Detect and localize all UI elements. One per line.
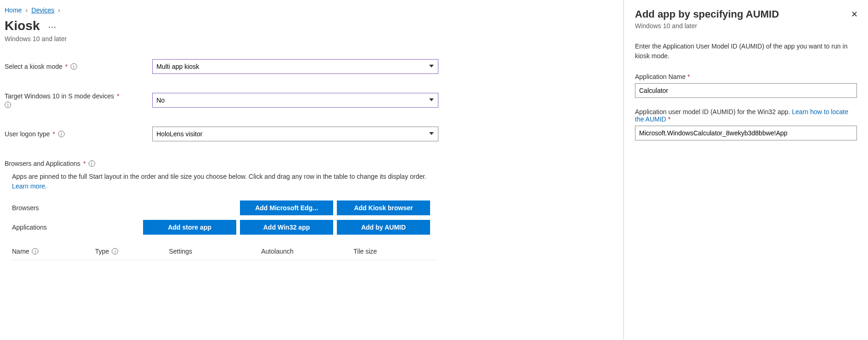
col-name: Namei	[12, 243, 95, 260]
chevron-right-icon: ›	[58, 6, 60, 14]
apps-table: Namei Typei Settings Autolaunch Tile siz…	[12, 243, 437, 260]
s-mode-label: Target Windows 10 in S mode devices* i	[5, 92, 152, 108]
breadcrumb-devices[interactable]: Devices	[31, 6, 54, 14]
add-win32-app-button[interactable]: Add Win32 app	[240, 220, 333, 235]
kiosk-mode-label: Select a kiosk mode* i	[5, 63, 152, 70]
more-actions-icon[interactable]: ⋯	[46, 22, 58, 32]
col-settings: Settings	[169, 243, 261, 260]
close-icon[interactable]: ✕	[851, 9, 858, 19]
kiosk-mode-select[interactable]: Multi app kiosk	[152, 59, 438, 74]
page-subtitle: Windows 10 and later	[5, 35, 614, 42]
app-name-input[interactable]	[635, 83, 857, 98]
add-kiosk-browser-button[interactable]: Add Kiosk browser	[337, 200, 430, 215]
col-tilesize: Tile size	[353, 243, 437, 260]
info-icon[interactable]: i	[32, 248, 38, 255]
logon-type-label: User logon type* i	[5, 130, 152, 138]
add-store-app-button[interactable]: Add store app	[143, 220, 236, 235]
breadcrumb-home[interactable]: Home	[5, 6, 22, 14]
apps-section-description: Apps are pinned to the full Start layout…	[12, 172, 427, 191]
breadcrumb: Home › Devices ›	[5, 6, 614, 14]
info-icon[interactable]: i	[89, 160, 95, 167]
aumid-label: Application user model ID (AUMID) for th…	[635, 108, 857, 123]
s-mode-select[interactable]: No	[152, 93, 438, 108]
add-by-aumid-button[interactable]: Add by AUMID	[337, 220, 430, 235]
info-icon[interactable]: i	[5, 102, 11, 108]
col-autolaunch: Autolaunch	[261, 243, 353, 260]
apps-section-heading: Browsers and Applications* i	[5, 160, 614, 167]
chevron-right-icon: ›	[25, 6, 28, 14]
col-type: Typei	[95, 243, 169, 260]
aumid-input[interactable]	[635, 126, 857, 140]
logon-type-select[interactable]: HoloLens visitor	[152, 127, 438, 141]
info-icon[interactable]: i	[71, 63, 77, 70]
applications-label: Applications	[12, 224, 143, 231]
learn-more-link[interactable]: Learn more.	[12, 182, 47, 190]
main-content: Home › Devices › Kiosk ⋯ Windows 10 and …	[0, 0, 623, 340]
browsers-label: Browsers	[12, 204, 143, 212]
info-icon[interactable]: i	[58, 131, 65, 137]
info-icon[interactable]: i	[112, 248, 118, 255]
panel-subtitle: Windows 10 and later	[635, 22, 857, 30]
panel-description: Enter the Application User Model ID (AUM…	[635, 42, 857, 61]
panel-title: Add app by specifying AUMID	[635, 8, 857, 20]
app-name-label: Application Name *	[635, 73, 857, 80]
add-microsoft-edge-button[interactable]: Add Microsoft Edg...	[240, 200, 333, 215]
page-title: Kiosk	[5, 18, 40, 33]
side-panel-add-by-aumid: ✕ Add app by specifying AUMID Windows 10…	[623, 0, 868, 340]
